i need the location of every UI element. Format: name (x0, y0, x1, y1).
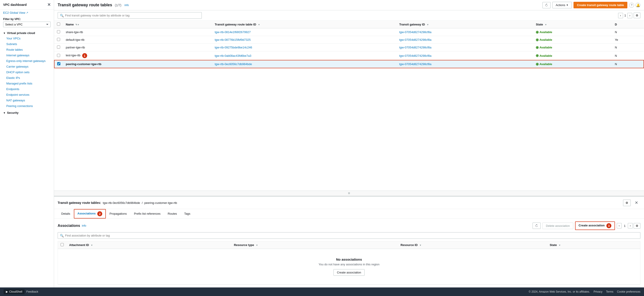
pagination-next-button[interactable]: › (627, 13, 632, 18)
sort-icon-name[interactable]: ✎▼ (76, 24, 80, 26)
sort-icon-state[interactable]: ▼ (545, 24, 547, 26)
assoc-search-icon: 🔍 (60, 234, 64, 238)
assoc-next-button[interactable]: › (628, 223, 633, 228)
help-icon[interactable]: ? (629, 3, 634, 8)
sort-icon-resource-type[interactable]: ▼ (256, 244, 258, 246)
row-checkbox-4[interactable] (57, 54, 60, 57)
row-tgw-id-2[interactable]: tgw-07054d8274298cf8a (399, 38, 432, 42)
sidebar-close-icon[interactable]: ✕ (47, 2, 51, 7)
search-input[interactable] (58, 12, 202, 19)
assoc-refresh-button[interactable] (532, 222, 541, 229)
pagination-top: ‹ 1 › ⚙ (618, 12, 640, 18)
sidebar-section-vpc[interactable]: ▼ Virtual private cloud (0, 29, 54, 36)
table-row[interactable]: test-tgw-rtb 1 tgw-rtb-0ab08ac43fd6be7a3… (54, 51, 644, 60)
row-tgw-id-5[interactable]: tgw-07054d8274298cf8a (399, 62, 432, 66)
pagination-num: 1 (624, 14, 626, 17)
row-state-4: Available (536, 54, 610, 58)
sidebar-nav-endpoints[interactable]: Endpoints (0, 86, 54, 92)
detail-rtb-name: peering-customer-tgw-rtb (144, 201, 177, 204)
sidebar-nav-your-vpcs[interactable]: Your VPCs (0, 36, 54, 41)
sort-icon-assoc-state[interactable]: ▼ (559, 244, 561, 246)
sidebar-nav-managed-prefix[interactable]: Managed prefix lists (0, 81, 54, 86)
sidebar-nav-egress-only[interactable]: Egress-only internet gateways (0, 58, 54, 64)
row-checkbox-5[interactable] (57, 62, 60, 65)
footer-privacy-link[interactable]: Privacy (594, 290, 602, 293)
sidebar-nav-elastic-ips[interactable]: Elastic IPs (0, 75, 54, 81)
vpc-filter-select[interactable]: Select a VPC (3, 22, 51, 27)
status-dot-5 (536, 63, 538, 66)
table-row[interactable]: share-tgw-rtb tgw-rtb-0814e1f66f2679927 … (54, 28, 644, 36)
tab-prefix-list[interactable]: Prefix list references (130, 210, 164, 218)
row-checkbox-1[interactable] (57, 30, 60, 33)
empty-state-title: No associations (64, 258, 634, 261)
row-rtb-id-4[interactable]: tgw-rtb-0ab08ac43fd6be7a3 (214, 54, 251, 58)
row-rtb-id-5[interactable]: tgw-rtb-0ec6056c7db984bde (214, 62, 252, 66)
delete-association-button[interactable]: Delete association (542, 222, 573, 229)
notifications-icon[interactable]: 🔔 (636, 3, 640, 8)
header-info-link[interactable]: info (124, 4, 129, 7)
sidebar-nav-internet-gateways[interactable]: Internet gateways (0, 52, 54, 58)
create-route-table-button[interactable]: Create transit gateway route table (574, 2, 627, 8)
sidebar-nav-nat-gateways[interactable]: NAT gateways (0, 98, 54, 103)
row-tgw-id-1[interactable]: tgw-07054d8274298cf8a (399, 30, 432, 34)
sidebar-nav-peering[interactable]: Peering connections (0, 103, 54, 109)
row-rtb-id-2[interactable]: tgw-rtb-08776b15fbf9d7325 (214, 38, 250, 42)
sidebar-section-vpc-label: Virtual private cloud (7, 31, 35, 35)
tab-associations[interactable]: Associations 2 (74, 209, 106, 218)
row-checkbox-2[interactable] (57, 38, 60, 41)
select-all-checkbox[interactable] (57, 22, 60, 26)
sidebar-nav-carrier-gateways[interactable]: Carrier gateways (0, 64, 54, 70)
assoc-pagination: ‹ 1 › ⚙ (617, 223, 640, 229)
assoc-info-link[interactable]: info (82, 224, 86, 227)
tab-tags[interactable]: Tags (180, 210, 194, 218)
create-association-button-center[interactable]: Create association (334, 269, 364, 276)
tab-details[interactable]: Details (58, 210, 74, 218)
assoc-prev-button[interactable]: ‹ (617, 223, 622, 228)
row-name-2: default-tgw-rtb (63, 36, 212, 44)
footer-terms-link[interactable]: Terms (606, 290, 614, 293)
assoc-title: Associations (58, 224, 80, 228)
row-d-2: Ye (612, 36, 644, 44)
sidebar-filter: Filter by VPC: Select a VPC (0, 16, 54, 29)
cloudshell-label: CloudShell (9, 290, 22, 293)
assoc-table-settings[interactable]: ⚙ (634, 223, 640, 229)
row-state-2: Available (536, 38, 610, 42)
footer-cookie-link[interactable]: Cookie preferences (617, 290, 640, 293)
sidebar-nav-endpoint-services[interactable]: Endpoint services (0, 92, 54, 98)
sidebar-nav-dhcp[interactable]: DHCP option sets (0, 70, 54, 75)
table-settings-button[interactable]: ⚙ (634, 12, 640, 18)
sort-icon-attachment[interactable]: ▼ (91, 244, 93, 246)
sort-icon-rtb[interactable]: ▼ (258, 24, 260, 26)
row-tgw-id-4[interactable]: tgw-07054d8274298cf8a (399, 54, 432, 58)
sidebar-section-security[interactable]: ▼ Security (0, 109, 54, 115)
cloudshell-button[interactable]: ▶ CloudShell (4, 289, 24, 294)
row-d-4: N (612, 51, 644, 60)
row-rtb-id-3[interactable]: tgw-rtb-09275bde9be14c246 (214, 46, 252, 49)
actions-button[interactable]: Actions ▼ (552, 2, 572, 8)
table-row[interactable]: default-tgw-rtb tgw-rtb-08776b15fbf9d732… (54, 36, 644, 44)
row-rtb-id-1[interactable]: tgw-rtb-0814e1f66f2679927 (214, 30, 250, 34)
feedback-link[interactable]: Feedback (26, 290, 38, 293)
create-association-button-top[interactable]: Create association 3 (575, 222, 615, 230)
table-row-selected[interactable]: peering-customer-tgw-rtb tgw-rtb-0ec6056… (54, 60, 644, 68)
row-tgw-id-3[interactable]: tgw-07054d8274298cf8a (399, 46, 432, 49)
panel-resize-handle[interactable]: ≡ (54, 190, 644, 196)
sidebar-ec2-global-view[interactable]: EC2 Global View ↗ (0, 10, 54, 16)
main-content: Transit gateway route tables (1/7) info … (54, 0, 644, 288)
sidebar-nav-route-tables[interactable]: Route tables (0, 47, 54, 52)
assoc-select-all[interactable] (60, 243, 64, 246)
page-title: Transit gateway route tables (58, 3, 112, 8)
table-row[interactable]: partner-tgw-rtb tgw-rtb-09275bde9be14c24… (54, 44, 644, 51)
pagination-prev-button[interactable]: ‹ (618, 13, 623, 18)
sidebar-nav-subnets[interactable]: Subnets (0, 41, 54, 47)
refresh-button[interactable] (542, 2, 550, 8)
row-checkbox-3[interactable] (57, 46, 60, 49)
sort-icon-tgw[interactable]: ▼ (427, 24, 429, 26)
tab-routes[interactable]: Routes (164, 210, 180, 218)
tab-propagations[interactable]: Propagations (106, 210, 130, 218)
sidebar-section-security-label: Security (7, 111, 18, 114)
detail-close-button[interactable]: ✕ (632, 199, 640, 206)
sort-icon-resource-id[interactable]: ▼ (419, 244, 422, 246)
detail-settings-button[interactable]: ⚙ (623, 200, 631, 206)
assoc-search-input[interactable] (58, 232, 640, 239)
